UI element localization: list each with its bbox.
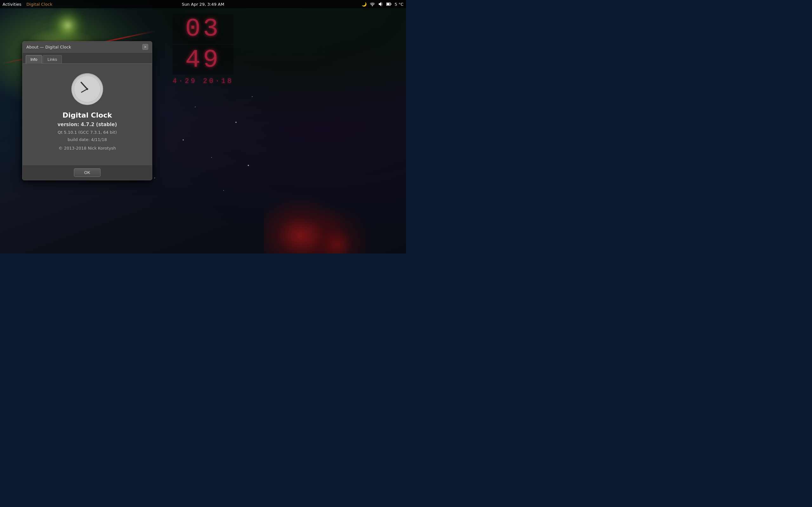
app-build-label: build date: 4/11/18 — [67, 137, 107, 142]
temperature-text: 5 °C — [395, 2, 403, 7]
wifi-icon[interactable] — [370, 2, 375, 7]
dialog-tabs: Info Links — [22, 53, 152, 63]
about-dialog-overlay: About — Digital Clock × Info Links — [22, 41, 152, 180]
topbar-datetime-text: Sun Apr 29, 3:49 AM — [182, 2, 224, 7]
about-dialog: About — Digital Clock × Info Links — [22, 41, 152, 180]
app-version-label: version: 4.7.2 (stable) — [57, 122, 117, 127]
dialog-title: About — Digital Clock — [26, 45, 71, 49]
close-button[interactable]: × — [142, 44, 148, 50]
tab-links[interactable]: Links — [43, 55, 62, 63]
dialog-titlebar: About — Digital Clock × — [22, 42, 152, 53]
flowers-decoration — [264, 165, 386, 253]
moon-icon[interactable]: 🌙 — [362, 2, 367, 7]
dialog-content: Digital Clock version: 4.7.2 (stable) Qt… — [22, 63, 152, 165]
app-name-label: Digital Clock — [62, 111, 112, 119]
clock-hours: 03 — [172, 14, 234, 44]
activities-button[interactable]: Activities — [3, 2, 21, 7]
app-icon — [71, 73, 103, 105]
svg-rect-2 — [387, 3, 390, 5]
battery-icon[interactable] — [386, 2, 392, 7]
topbar-appname: Digital Clock — [26, 2, 52, 7]
topbar-right: 🌙 5 °C — [362, 2, 403, 7]
clock-date: 4·29 20·18 — [172, 77, 234, 85]
app-qt-label: Qt 5.10.1 (GCC 7.3.1, 64 bit) — [58, 130, 117, 135]
svg-rect-1 — [391, 3, 392, 5]
ok-button[interactable]: OK — [74, 168, 101, 177]
volume-icon[interactable] — [378, 2, 383, 7]
topbar-left: Activities Digital Clock — [3, 2, 52, 7]
dialog-footer: OK — [22, 165, 152, 180]
clock-minutes: 49 — [172, 45, 234, 75]
topbar: Activities Digital Clock Sun Apr 29, 3:4… — [0, 0, 406, 8]
clock-svg — [73, 75, 101, 103]
desktop-clock-widget: 03 49 4·29 20·18 — [172, 13, 234, 85]
app-copyright-label: © 2013-2018 Nick Korotysh — [59, 146, 116, 151]
topbar-datetime: Sun Apr 29, 3:49 AM — [182, 2, 224, 7]
tab-info[interactable]: Info — [26, 55, 42, 64]
temperature-display: 5 °C — [395, 2, 403, 7]
